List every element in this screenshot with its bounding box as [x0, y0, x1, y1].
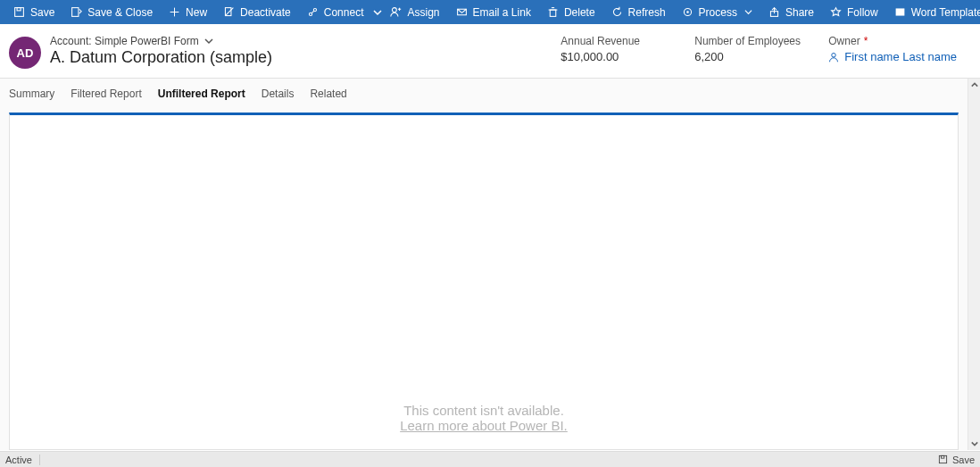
divider — [39, 454, 40, 465]
connect-label: Connect — [324, 6, 364, 19]
chevron-down-icon — [204, 37, 213, 46]
status-save-button[interactable]: Save — [938, 454, 975, 465]
chevron-down-icon — [373, 8, 382, 17]
powerbi-report-container: This content isn't available. Learn more… — [9, 113, 959, 450]
field-employees: Number of Employees 6,200 — [682, 35, 816, 63]
avatar-initials: AD — [17, 46, 34, 60]
command-bar: Save Save & Close New Deactivate Connect… — [0, 0, 980, 24]
breadcrumb: Account: Simple PowerBI Form — [50, 35, 199, 47]
title-block: Account: Simple PowerBI Form A. Datum Co… — [50, 35, 353, 67]
new-label: New — [186, 6, 207, 19]
deactivate-label: Deactivate — [240, 6, 291, 19]
process-icon — [682, 6, 693, 18]
email-icon — [456, 6, 468, 18]
annual-revenue-label: Annual Revenue — [561, 35, 669, 47]
save-close-label: Save & Close — [87, 6, 153, 19]
svg-point-7 — [309, 13, 311, 15]
svg-point-8 — [313, 8, 316, 11]
svg-rect-23 — [939, 455, 946, 463]
svg-rect-24 — [941, 455, 943, 458]
follow-button[interactable]: Follow — [822, 0, 886, 24]
tabs-area: Summary Filtered Report Unfiltered Repor… — [0, 79, 980, 104]
svg-line-9 — [311, 11, 313, 13]
refresh-icon — [611, 6, 623, 18]
deactivate-icon — [223, 6, 235, 18]
svg-rect-1 — [17, 8, 21, 11]
record-header: AD Account: Simple PowerBI Form A. Datum… — [0, 24, 980, 79]
svg-rect-2 — [72, 8, 79, 17]
save-icon — [938, 454, 948, 464]
chevron-down-icon — [744, 8, 752, 16]
save-close-button[interactable]: Save & Close — [62, 0, 161, 24]
employees-label: Number of Employees — [694, 35, 803, 47]
connect-dropdown[interactable] — [373, 0, 382, 24]
delete-icon — [547, 6, 559, 18]
form-selector[interactable]: Account: Simple PowerBI Form — [50, 35, 353, 47]
person-icon — [828, 52, 839, 63]
assign-button[interactable]: Assign — [382, 0, 447, 24]
chevron-up-icon — [971, 81, 978, 88]
process-button[interactable]: Process — [674, 0, 760, 24]
scroll-up-button[interactable] — [968, 79, 980, 91]
connect-icon — [307, 6, 319, 18]
owner-value[interactable]: First name Last name — [828, 50, 957, 63]
email-link-button[interactable]: Email a Link — [448, 0, 539, 24]
field-annual-revenue: Annual Revenue $10,000.00 — [548, 35, 682, 63]
owner-name: First name Last name — [844, 50, 957, 63]
new-button[interactable]: New — [161, 0, 215, 24]
refresh-button[interactable]: Refresh — [603, 0, 674, 24]
scrollbar[interactable] — [968, 104, 980, 450]
svg-rect-21 — [895, 8, 904, 15]
svg-rect-14 — [550, 10, 556, 16]
avatar: AD — [9, 37, 41, 69]
email-link-label: Email a Link — [473, 6, 531, 19]
connect-button[interactable]: Connect — [299, 0, 372, 24]
employees-value[interactable]: 6,200 — [694, 50, 803, 63]
svg-point-18 — [686, 11, 688, 13]
assign-label: Assign — [407, 6, 439, 19]
chevron-down-icon — [971, 440, 978, 447]
word-templates-label: Word Templates — [911, 6, 980, 19]
unavailable-text: This content isn't available. — [400, 403, 568, 418]
content-area: This content isn't available. Learn more… — [0, 104, 980, 450]
status-save-label: Save — [952, 454, 975, 465]
status-bar: Active Save — [0, 451, 980, 467]
process-label: Process — [699, 6, 737, 19]
assign-icon — [390, 6, 402, 18]
share-icon — [768, 6, 780, 18]
annual-revenue-value[interactable]: $10,000.00 — [561, 50, 669, 63]
deactivate-button[interactable]: Deactivate — [215, 0, 299, 24]
field-owner: Owner* First name Last name — [816, 35, 969, 63]
svg-line-6 — [226, 8, 234, 16]
word-templates-button[interactable]: Word Templates — [886, 0, 980, 24]
share-label: Share — [785, 6, 814, 19]
refresh-label: Refresh — [628, 6, 666, 19]
svg-rect-0 — [15, 8, 24, 17]
scrollbar[interactable] — [968, 79, 980, 104]
plus-icon — [169, 6, 180, 18]
required-indicator: * — [864, 35, 868, 47]
svg-point-22 — [832, 53, 836, 57]
delete-label: Delete — [564, 6, 595, 19]
svg-marker-20 — [832, 8, 841, 16]
save-button[interactable]: Save — [5, 0, 62, 24]
page-title: A. Datum Corporation (sample) — [50, 48, 353, 67]
record-state: Active — [5, 454, 32, 465]
star-icon — [830, 6, 842, 18]
delete-button[interactable]: Delete — [539, 0, 603, 24]
owner-label: Owner* — [828, 35, 957, 47]
share-button[interactable]: Share — [760, 0, 822, 24]
save-icon — [13, 6, 25, 18]
unavailable-message: This content isn't available. Learn more… — [400, 403, 568, 449]
save-label: Save — [30, 6, 54, 19]
word-icon — [894, 6, 906, 18]
learn-more-link[interactable]: Learn more about Power BI. — [400, 418, 568, 433]
scroll-down-button[interactable] — [968, 438, 980, 450]
follow-label: Follow — [847, 6, 878, 19]
svg-point-10 — [393, 8, 397, 13]
save-close-icon — [71, 6, 82, 18]
